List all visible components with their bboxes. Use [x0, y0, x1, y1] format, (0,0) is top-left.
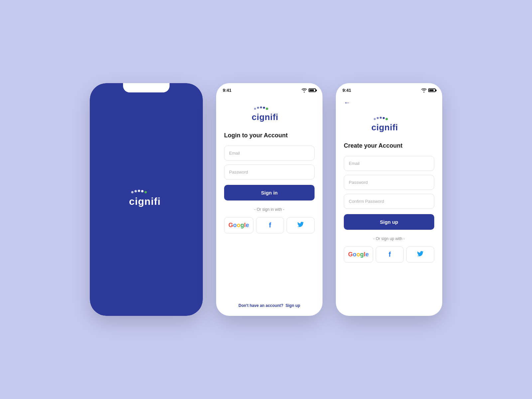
- svg-text:cignifi: cignifi: [252, 112, 278, 122]
- facebook-register-button[interactable]: f: [376, 246, 404, 263]
- login-password-input[interactable]: [224, 165, 315, 180]
- no-account-text: Don't have an account?: [238, 303, 283, 308]
- svg-point-13: [377, 117, 379, 119]
- register-title: Create your Account: [344, 142, 434, 149]
- google-login-button[interactable]: Google: [224, 217, 253, 233]
- facebook-icon-register: f: [389, 251, 391, 258]
- sign-in-button[interactable]: Sign in: [224, 185, 315, 200]
- login-email-input[interactable]: [224, 146, 315, 161]
- register-scroll: ← cignifi Create your Account Sign up - …: [336, 95, 442, 316]
- register-logo-svg: cignifi: [367, 116, 411, 133]
- splash-logo-svg: cignifi: [120, 190, 173, 209]
- wifi-icon-register: [421, 88, 427, 92]
- login-logo-svg: cignifi: [248, 105, 291, 123]
- svg-point-16: [386, 118, 388, 120]
- login-status-bar: 9:41: [216, 83, 323, 95]
- login-scroll: cignifi Login to your Account Sign in - …: [216, 95, 323, 316]
- svg-point-6: [254, 108, 256, 110]
- svg-point-3: [141, 190, 144, 193]
- register-logo-container: cignifi: [344, 116, 434, 133]
- svg-text:cignifi: cignifi: [371, 122, 398, 132]
- register-social-buttons: Google f: [344, 246, 434, 263]
- svg-point-0: [131, 191, 134, 194]
- svg-point-7: [257, 107, 259, 109]
- back-button[interactable]: ←: [344, 99, 434, 106]
- twitter-register-button[interactable]: [406, 246, 434, 263]
- svg-point-8: [260, 106, 262, 108]
- svg-point-10: [266, 108, 268, 110]
- login-or-divider: - Or sign in with -: [224, 207, 315, 212]
- facebook-icon: f: [269, 221, 271, 229]
- register-email-input[interactable]: [344, 156, 434, 171]
- twitter-login-button[interactable]: [287, 217, 315, 233]
- svg-point-14: [380, 117, 382, 119]
- twitter-icon-register: [417, 251, 424, 258]
- register-status-icons: [421, 88, 436, 92]
- google-icon-register: Google: [348, 251, 369, 258]
- register-confirm-password-input[interactable]: [344, 194, 434, 209]
- register-password-input[interactable]: [344, 175, 434, 190]
- facebook-login-button[interactable]: f: [256, 217, 284, 233]
- google-icon: Google: [228, 222, 249, 229]
- wifi-icon: [302, 88, 307, 92]
- login-bottom-link: Don't have an account? Sign up: [224, 300, 315, 308]
- sign-up-button[interactable]: Sign up: [344, 214, 434, 230]
- battery-icon: [309, 88, 316, 92]
- sign-up-link[interactable]: Sign up: [286, 303, 300, 308]
- splash-logo-container: cignifi: [120, 190, 173, 209]
- login-title: Login to your Account: [224, 132, 315, 139]
- login-phone: 9:41 cignifi Login to your Accou: [216, 83, 323, 316]
- login-logo-container: cignifi: [224, 105, 315, 123]
- svg-point-12: [374, 118, 376, 120]
- google-register-button[interactable]: Google: [344, 246, 373, 263]
- twitter-icon: [297, 222, 304, 229]
- register-time: 9:41: [342, 88, 351, 93]
- svg-text:cignifi: cignifi: [129, 196, 161, 207]
- register-status-bar: 9:41: [336, 83, 442, 95]
- battery-icon-register: [428, 88, 436, 92]
- svg-point-9: [263, 107, 265, 109]
- svg-point-2: [138, 190, 140, 192]
- svg-point-4: [145, 191, 147, 194]
- svg-point-15: [383, 117, 385, 119]
- splash-screen: cignifi: [90, 83, 203, 316]
- register-or-divider: - Or sign up with -: [344, 236, 434, 241]
- login-time: 9:41: [223, 88, 231, 93]
- splash-phone: cignifi: [90, 83, 203, 316]
- login-social-buttons: Google f: [224, 217, 315, 233]
- notch: [123, 83, 170, 92]
- svg-point-1: [135, 190, 137, 193]
- register-phone: 9:41 ← cignifi Create: [336, 83, 442, 316]
- login-status-icons: [302, 88, 316, 92]
